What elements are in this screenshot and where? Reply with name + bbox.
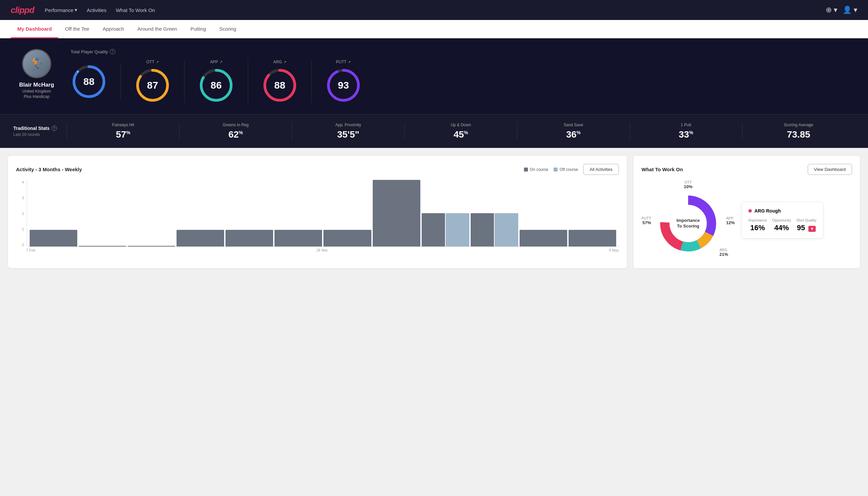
- stat-app-proximity: App. Proximity 35'5": [292, 123, 404, 140]
- tab-off-the-tee[interactable]: Off the Tee: [58, 20, 96, 37]
- donut-svg-container: ImportanceTo Scoring: [651, 187, 725, 260]
- bar-on-course: [520, 230, 567, 247]
- donut-center-label: ImportanceTo Scoring: [677, 218, 700, 229]
- tab-putting[interactable]: Putting: [184, 20, 213, 37]
- arg-ring: 88: [262, 67, 298, 104]
- nav-right-area: ⊕ ▾ 👤 ▾: [826, 6, 857, 14]
- nav-what-to-work-on[interactable]: What To Work On: [116, 7, 155, 13]
- x-label-mar: 28 Mar: [316, 248, 328, 252]
- brand-logo: clippd: [11, 5, 34, 15]
- bar-on-course: [128, 246, 175, 247]
- tab-scoring[interactable]: Scoring: [212, 20, 243, 37]
- hero-section: 🏌️ Blair McHarg United Kingdom Plus Hand…: [0, 38, 868, 114]
- player-country: United Kingdom: [22, 89, 51, 94]
- tab-around-the-green[interactable]: Around the Green: [130, 20, 184, 37]
- bar-on-course: [30, 230, 77, 247]
- tab-approach[interactable]: Approach: [96, 20, 130, 37]
- nav-activities[interactable]: Activities: [86, 7, 106, 13]
- trend-arrow-app: ↗: [220, 60, 222, 64]
- avatar: 🏌️: [22, 49, 51, 78]
- score-circles: 88 OTT ↗ 87: [70, 60, 855, 104]
- bar-on-course: [422, 213, 445, 247]
- score-arg: ARG ↗ 88: [248, 60, 312, 104]
- stat-1-putt: 1 Putt 33%: [630, 123, 742, 140]
- trad-label: Traditional Stats ? Last 20 rounds: [13, 126, 67, 137]
- bar-group: [422, 213, 469, 247]
- activity-panel: Activity - 3 Months - Weekly On course O…: [8, 156, 627, 268]
- user-menu-button[interactable]: 👤 ▾: [843, 6, 857, 14]
- stat-scoring-average: Scoring Average 73.85: [742, 123, 855, 140]
- metric-opportunity: Opportunity 44%: [772, 218, 791, 232]
- trad-help-icon[interactable]: ?: [52, 126, 57, 131]
- tabs-bar: My Dashboard Off the Tee Approach Around…: [0, 20, 868, 38]
- bottom-panels: Activity - 3 Months - Weekly On course O…: [0, 148, 868, 276]
- app-label: APP 12%: [726, 216, 735, 225]
- donut-section: OTT 10% APP 12% ARG 21% PUTT 57%: [642, 180, 852, 260]
- bar-on-course: [225, 230, 273, 247]
- metric-shot-quality: Shot Quality 95 ▼: [796, 218, 816, 232]
- on-course-dot: [524, 168, 528, 172]
- stat-up-and-down: Up & Down 45%: [404, 123, 517, 140]
- bar-on-course: [274, 230, 322, 247]
- chevron-down-icon: ▾: [75, 7, 77, 13]
- score-putt: PUTT ↗ 93: [312, 60, 375, 104]
- bar-on-course: [176, 230, 224, 247]
- highlight-card: ARG Rough Importance 16% Opportunity 44%…: [741, 202, 823, 238]
- metric-importance: Importance 16%: [748, 218, 767, 232]
- putt-ring: 93: [325, 67, 362, 104]
- bar-off-course: [495, 213, 518, 247]
- bar-group: [569, 230, 616, 247]
- score-ott: OTT ↗ 87: [121, 60, 185, 104]
- bar-on-course: [373, 180, 420, 247]
- metrics-area: Total Player Quality ? 88: [70, 49, 855, 104]
- stat-items: Fairways Hit 57% Greens In Reg 62% App. …: [67, 123, 855, 140]
- x-label-may: 9 May: [609, 248, 619, 252]
- bar-group: [323, 230, 371, 247]
- total-score-value: 88: [83, 76, 94, 87]
- player-name: Blair McHarg: [19, 82, 54, 88]
- what-panel-title: What To Work On: [642, 167, 683, 172]
- help-icon[interactable]: ?: [110, 49, 115, 54]
- bar-chart-area: 0 1 2 3 4: [16, 180, 619, 253]
- top-navigation: clippd Performance ▾ Activities What To …: [0, 0, 868, 20]
- trend-arrow-arg: ↗: [283, 60, 286, 64]
- total-quality-label: Total Player Quality ?: [70, 49, 855, 54]
- bar-group: [225, 230, 273, 247]
- nav-links: Performance ▾ Activities What To Work On: [45, 7, 815, 13]
- highlight-metrics: Importance 16% Opportunity 44% Shot Qual…: [748, 218, 816, 232]
- score-app: APP ↗ 86: [185, 60, 248, 104]
- app-ring: 86: [198, 67, 235, 104]
- activity-chart-title: Activity - 3 Months - Weekly: [16, 167, 82, 172]
- tab-my-dashboard[interactable]: My Dashboard: [11, 20, 58, 37]
- bars-container: [27, 180, 619, 247]
- bar-group: [274, 230, 322, 247]
- down-arrow-badge: ▼: [808, 226, 816, 232]
- what-to-work-on-panel: What To Work On View Dashboard OTT 10% A…: [633, 156, 860, 268]
- putt-label: PUTT 57%: [642, 216, 651, 225]
- off-course-dot: [554, 168, 557, 172]
- putt-score-value: 93: [338, 80, 349, 91]
- bar-on-course: [569, 230, 616, 247]
- bar-group: [79, 246, 126, 247]
- bar-group: [471, 213, 518, 247]
- ott-ring: 87: [134, 67, 171, 104]
- view-dashboard-button[interactable]: View Dashboard: [808, 164, 852, 175]
- stat-fairways-hit: Fairways Hit 57%: [67, 123, 179, 140]
- player-handicap: Plus Handicap: [23, 94, 49, 99]
- trend-arrow-putt: ↗: [348, 60, 351, 64]
- bar-group: [176, 230, 224, 247]
- add-button[interactable]: ⊕ ▾: [826, 6, 837, 14]
- trend-arrow-ott: ↗: [156, 60, 159, 64]
- what-panel-header: What To Work On View Dashboard: [642, 164, 852, 175]
- nav-performance[interactable]: Performance ▾: [45, 7, 78, 13]
- legend-off-course: Off course: [554, 167, 578, 172]
- all-activities-button[interactable]: All Activities: [583, 164, 619, 175]
- red-dot-icon: [748, 209, 752, 213]
- activity-panel-header: Activity - 3 Months - Weekly On course O…: [16, 164, 619, 175]
- app-score-value: 86: [210, 80, 221, 91]
- chart-legend: On course Off course All Activities: [524, 164, 619, 175]
- bar-group: [520, 230, 567, 247]
- x-axis: 7 Feb 28 Mar 9 May: [16, 248, 619, 252]
- traditional-stats-section: Traditional Stats ? Last 20 rounds Fairw…: [0, 114, 868, 148]
- donut-chart-area: OTT 10% APP 12% ARG 21% PUTT 57%: [642, 180, 735, 260]
